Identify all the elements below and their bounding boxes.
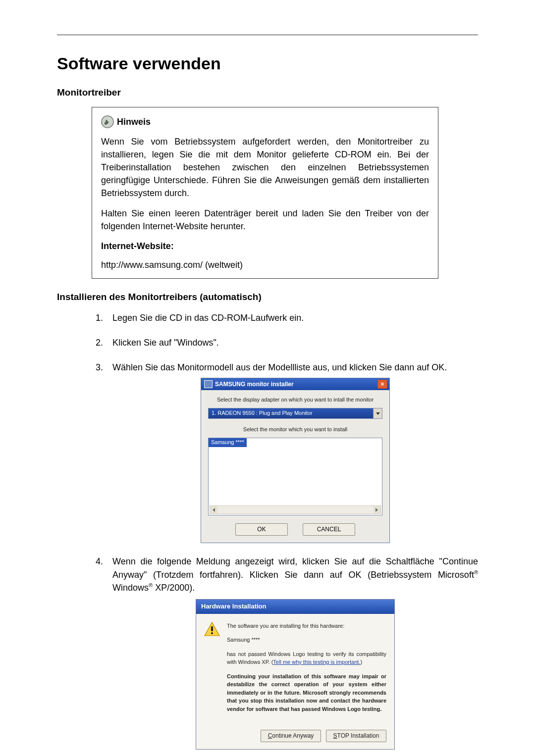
step-4-text-c: XP/2000). — [153, 583, 195, 593]
note-website-label: Internet-Website: — [101, 240, 429, 252]
scroll-right-icon[interactable] — [373, 506, 380, 513]
hw-line3: has not passed Windows Logo testing to v… — [227, 650, 386, 666]
stop-label: TOP Installation — [337, 732, 379, 739]
dropdown-arrow-icon[interactable] — [373, 408, 382, 419]
hw-line1: The software you are installing for this… — [227, 622, 386, 630]
note-box: Hinweis Wenn Sie vom Betriebssystem aufg… — [92, 107, 438, 279]
step-3: Wählen Sie das Monitormodell aus der Mod… — [106, 361, 478, 543]
registered-symbol-2: ® — [149, 582, 153, 588]
step-2: Klicken Sie auf "Windows". — [106, 336, 478, 349]
hw-warning-text: Continuing your installation of this sof… — [227, 672, 386, 713]
cancel-button[interactable]: CANCEL — [303, 523, 355, 536]
close-button[interactable]: × — [377, 380, 387, 389]
horizontal-scrollbar[interactable] — [210, 505, 381, 514]
continue-anyway-button[interactable]: Continue Anyway — [261, 730, 321, 742]
step-1: Legen Sie die CD in das CD-ROM-Laufwerk … — [106, 311, 478, 324]
page-title: Software verwenden — [57, 54, 478, 73]
dialog2-titlebar: Hardware Installation — [196, 600, 394, 614]
ok-button[interactable]: OK — [235, 523, 288, 536]
warning-icon — [204, 622, 220, 637]
note-icon — [101, 115, 114, 128]
monitor-label: Select the monitor which you want to ins… — [208, 426, 382, 434]
dialog-title: SAMSUNG monitor installer — [215, 380, 294, 389]
dialog-titlebar: SAMSUNG monitor installer × — [201, 378, 389, 390]
step-3-text: Wählen Sie das Monitormodell aus der Mod… — [112, 362, 447, 372]
section-install-auto: Installieren des Monitortreibers (automa… — [57, 292, 478, 302]
rule-top — [57, 35, 478, 35]
adapter-label: Select the display adapter on which you … — [208, 396, 382, 404]
registered-symbol: ® — [474, 569, 478, 575]
monitor-listbox[interactable]: Samsung **** — [208, 438, 382, 515]
svg-point-3 — [211, 632, 213, 634]
svg-rect-2 — [211, 626, 213, 631]
hw-line3b: ) — [360, 659, 362, 665]
hardware-installation-dialog: Hardware Installation The software you a… — [196, 599, 395, 750]
step-4-text-b: Windows — [112, 583, 149, 593]
continue-label: ontinue Anyway — [272, 732, 314, 739]
app-icon — [204, 380, 213, 388]
note-title: Hinweis — [117, 115, 151, 128]
testing-link[interactable]: Tell me why this testing is important. — [273, 659, 360, 665]
note-paragraph-2: Halten Sie einen leeren Datenträger bere… — [101, 207, 429, 233]
step-4: Wenn die folgende Meldung angezeigt wird… — [106, 555, 478, 750]
steps-list: Legen Sie die CD in das CD-ROM-Laufwerk … — [92, 311, 478, 750]
note-url: http://www.samsung.com/ (weltweit) — [101, 258, 429, 271]
scroll-left-icon[interactable] — [210, 506, 217, 513]
section-monitortreiber: Monitortreiber — [57, 87, 478, 98]
step-4-text-a: Wenn die folgende Meldung angezeigt wird… — [112, 556, 478, 579]
adapter-dropdown[interactable]: 1. RADEON 9550 : Plug and Play Monitor — [208, 408, 382, 419]
hw-line2: Samsung **** — [227, 636, 386, 644]
adapter-dropdown-value: 1. RADEON 9550 : Plug and Play Monitor — [208, 408, 373, 419]
note-paragraph-1: Wenn Sie vom Betriebssystem aufgefordert… — [101, 135, 429, 200]
stop-installation-button[interactable]: STOP Installation — [326, 730, 386, 742]
scroll-track[interactable] — [217, 506, 373, 513]
monitor-list-selected[interactable]: Samsung **** — [209, 438, 247, 447]
samsung-installer-dialog: SAMSUNG monitor installer × Select the d… — [201, 378, 390, 543]
